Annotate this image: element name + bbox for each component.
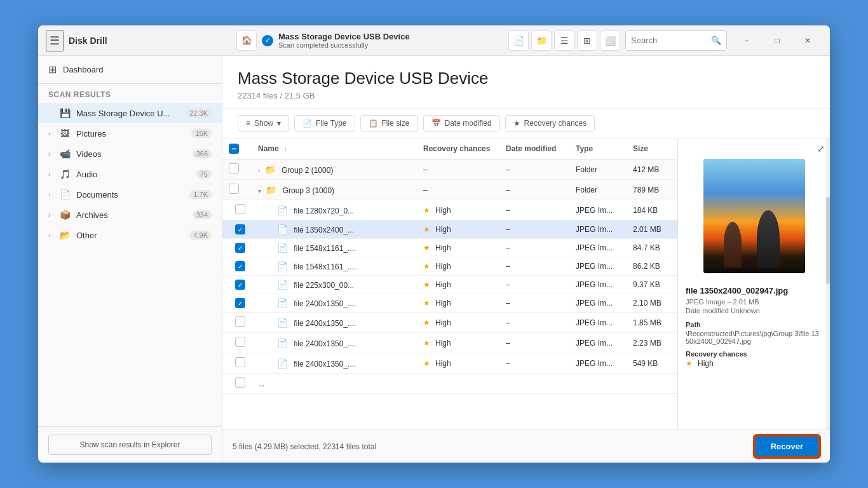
size-cell: 789 MB bbox=[627, 180, 677, 200]
header-type[interactable]: Type bbox=[569, 139, 627, 159]
file-name: file 1280x720_0... bbox=[294, 207, 354, 215]
header-recovery[interactable]: Recovery chances bbox=[417, 139, 499, 159]
table-row[interactable]: ✓ 📄 file 1548x1161_.... ★High – JPEG Im.… bbox=[222, 257, 677, 276]
right-panel: Mass Storage Device USB Device 22314 fil… bbox=[222, 56, 830, 463]
preview-recovery-section: Recovery chances ★ High bbox=[678, 345, 830, 368]
table-row[interactable]: › 📁 Group 2 (1000) – – Folder 412 MB bbox=[222, 159, 677, 180]
size-cell: 2.10 MB bbox=[627, 294, 677, 313]
size-cell: 184 KB bbox=[627, 200, 677, 220]
row-checkbox[interactable] bbox=[229, 184, 239, 194]
image-scene bbox=[703, 159, 805, 273]
recovery-cell: ★High bbox=[417, 333, 499, 353]
table-row[interactable]: 📄 file 2400x1350_.... ★High – JPEG Im...… bbox=[222, 333, 677, 353]
hamburger-menu-button[interactable]: ☰ bbox=[46, 30, 64, 51]
header-size[interactable]: Size bbox=[627, 139, 677, 159]
table-row[interactable]: ✓ 📄 file 1350x2400_... ★High – JPEG Im..… bbox=[222, 220, 677, 239]
table-row[interactable]: 📄 file 2400x1350_.... ★High – JPEG Im...… bbox=[222, 353, 677, 374]
folder-icon-button[interactable]: 📁 bbox=[531, 30, 552, 51]
table-row[interactable]: 📄 file 1280x720_0... ★High – JPEG Im... … bbox=[222, 200, 677, 220]
row-checkbox[interactable] bbox=[235, 204, 245, 214]
row-checkbox[interactable]: ✓ bbox=[235, 298, 245, 308]
expand-icon[interactable]: › bbox=[258, 167, 260, 174]
star-icon: ★ bbox=[423, 359, 430, 368]
home-button[interactable]: 🏠 bbox=[236, 30, 257, 51]
row-checkbox[interactable]: ✓ bbox=[235, 280, 245, 290]
header-name[interactable]: Name ↓ bbox=[252, 139, 417, 159]
row-checkbox[interactable] bbox=[235, 316, 245, 327]
preview-recovery-label: Recovery chances bbox=[686, 350, 822, 358]
recover-button[interactable]: Recover bbox=[754, 435, 820, 458]
file-doc-icon: 📄 bbox=[277, 280, 288, 290]
file-table-container[interactable]: − Name ↓ Recovery chances Date modified … bbox=[222, 139, 677, 430]
recovery-cell: – bbox=[417, 159, 499, 180]
row-checkbox[interactable]: ✓ bbox=[235, 224, 245, 234]
date-cell: – bbox=[499, 333, 569, 353]
expand-preview-button[interactable]: ⤢ bbox=[817, 144, 825, 154]
size-cell: 2.23 MB bbox=[627, 333, 677, 353]
title-bar: ☰ Disk Drill 🏠 ✓ Mass Storage Device USB… bbox=[38, 25, 830, 56]
table-row[interactable]: ✓ 📄 file 225x300_00... ★High – JPEG Im..… bbox=[222, 276, 677, 294]
sidebar-item-pictures[interactable]: › 🖼 Pictures 15K bbox=[38, 123, 222, 144]
grid-icon-button[interactable]: ⊞ bbox=[577, 30, 597, 51]
sidebar-item-audio[interactable]: › 🎵 Audio 75 bbox=[38, 164, 222, 184]
size-cell: 2.01 MB bbox=[627, 220, 677, 239]
type-cell: JPEG Im... bbox=[569, 276, 627, 294]
pictures-icon: 🖼 bbox=[58, 128, 71, 139]
file-type-filter-button[interactable]: 📄 File Type bbox=[294, 115, 355, 132]
table-row[interactable]: 📄 file 2400x1350_.... ★High – JPEG Im...… bbox=[222, 313, 677, 333]
dropdown-icon: ▾ bbox=[277, 119, 281, 128]
row-checkbox[interactable]: ✓ bbox=[235, 243, 245, 253]
recovery-chances-filter-button[interactable]: ★ Recovery chances bbox=[505, 115, 595, 132]
recovery-cell: ★High bbox=[417, 239, 499, 257]
date-modified-filter-button[interactable]: 📅 Date modified bbox=[423, 115, 500, 132]
panel-subtitle: 22314 files / 21.5 GB bbox=[238, 91, 815, 100]
file-name: file 2400x1350_.... bbox=[294, 339, 356, 348]
expand-icon[interactable]: ▾ bbox=[258, 187, 261, 194]
row-checkbox[interactable] bbox=[235, 357, 245, 367]
row-checkbox[interactable] bbox=[235, 337, 245, 347]
row-checkbox[interactable] bbox=[229, 163, 239, 173]
sidebar-item-documents[interactable]: › 📄 Documents 1.7K bbox=[38, 184, 222, 205]
table-row[interactable]: ✓ 📄 file 2400x1350_.... ★High – JPEG Im.… bbox=[222, 294, 677, 313]
file-icon-button[interactable]: 📄 bbox=[508, 30, 529, 51]
file-doc-icon: 📄 bbox=[277, 298, 288, 308]
dashboard-item[interactable]: ⊞ Dashboard bbox=[38, 56, 222, 84]
type-cell: Folder bbox=[569, 180, 627, 200]
type-cell: Folder bbox=[569, 159, 627, 180]
scrollbar-thumb[interactable] bbox=[826, 197, 830, 284]
file-name: file 1548x1161_.... bbox=[294, 244, 356, 253]
search-input[interactable] bbox=[631, 36, 707, 45]
sidebar-item-other[interactable]: › 📂 Other 4.9K bbox=[38, 225, 222, 245]
show-scan-button[interactable]: Show scan results in Explorer bbox=[48, 435, 212, 455]
size-cell: 1.85 MB bbox=[627, 313, 677, 333]
minimize-button[interactable]: − bbox=[732, 30, 761, 51]
date-cell: – bbox=[499, 159, 569, 180]
sidebar-item-videos[interactable]: › 📹 Videos 366 bbox=[38, 144, 222, 164]
recovery-cell: ★High bbox=[417, 313, 499, 333]
row-checkbox[interactable] bbox=[235, 377, 245, 388]
header-date[interactable]: Date modified bbox=[499, 139, 569, 159]
split-icon-button[interactable]: ⬜ bbox=[600, 30, 620, 51]
file-size-filter-button[interactable]: 📋 File size bbox=[360, 115, 418, 132]
table-row[interactable]: ▾ 📁 Group 3 (1000) – – Folder 789 MB bbox=[222, 180, 677, 200]
maximize-button[interactable]: □ bbox=[763, 30, 792, 51]
row-checkbox[interactable]: ✓ bbox=[235, 261, 245, 271]
date-cell: – bbox=[499, 200, 569, 220]
star-icon: ★ bbox=[423, 225, 430, 234]
select-all-checkbox[interactable]: − bbox=[229, 144, 239, 154]
image-background bbox=[703, 159, 805, 273]
list-icon-button[interactable]: ☰ bbox=[554, 30, 574, 51]
table-row[interactable]: ... bbox=[222, 374, 677, 394]
scrollbar-track[interactable] bbox=[826, 139, 830, 430]
show-filter-button[interactable]: ≡ Show ▾ bbox=[238, 115, 289, 132]
file-name: file 1548x1161_.... bbox=[294, 262, 356, 271]
close-button[interactable]: ✕ bbox=[793, 30, 822, 51]
recovery-cell: ★High bbox=[417, 294, 499, 313]
sidebar-item-device[interactable]: 💾 Mass Storage Device U... 22.3K bbox=[38, 103, 222, 123]
file-name: file 225x300_00... bbox=[294, 281, 354, 290]
table-row[interactable]: ✓ 📄 file 1548x1161_.... ★High – JPEG Im.… bbox=[222, 239, 677, 257]
size-cell: 549 KB bbox=[627, 353, 677, 374]
sidebar-item-archives[interactable]: › 📦 Archives 334 bbox=[38, 205, 222, 225]
folder-icon: 📁 bbox=[265, 165, 276, 175]
search-box[interactable]: 🔍 bbox=[625, 30, 727, 51]
